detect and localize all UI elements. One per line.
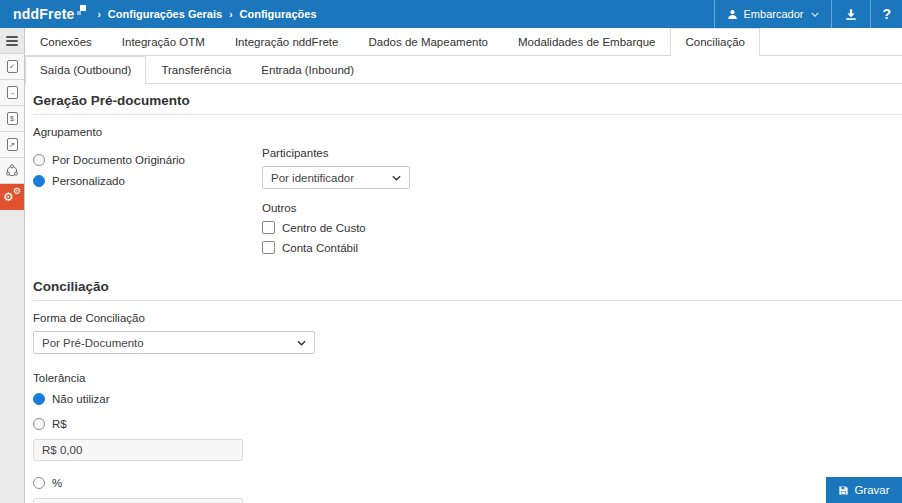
subtab-saida-outbound[interactable]: Saída (Outbound)	[25, 56, 146, 84]
sidebar-item-documents-check[interactable]: ✓	[0, 54, 24, 80]
download-icon	[844, 8, 858, 21]
checkbox-icon	[262, 241, 275, 254]
primary-tab-bar: Conexões Integração OTM Integração nddFr…	[25, 28, 902, 56]
secondary-tab-bar: Saída (Outbound) Transferência Entrada (…	[25, 56, 902, 84]
section-divider	[33, 300, 902, 301]
chevron-down-icon	[297, 340, 306, 346]
tolerancia-rs-input[interactable]	[33, 439, 243, 461]
subtab-transferencia[interactable]: Transferência	[146, 56, 246, 83]
tab-conexoes[interactable]: Conexões	[25, 28, 107, 55]
breadcrumb-configuracoes-gerais[interactable]: Configurações Gerais	[108, 8, 222, 20]
breadcrumb-separator: ›	[98, 9, 101, 20]
help-button[interactable]: ?	[870, 0, 902, 28]
radio-nao-utilizar[interactable]: Não utilizar	[33, 393, 902, 405]
chevron-down-icon	[811, 12, 819, 17]
main-area: Conexões Integração OTM Integração nddFr…	[25, 28, 902, 503]
save-button-label: Gravar	[854, 484, 889, 496]
agrupamento-label: Agrupamento	[33, 126, 902, 138]
radio-label: Não utilizar	[52, 393, 110, 405]
radio-personalizado[interactable]: Personalizado	[33, 175, 262, 187]
breadcrumb-configuracoes[interactable]: Configurações	[240, 8, 317, 20]
forma-de-conciliacao-select[interactable]: Por Pré-Documento	[33, 331, 315, 354]
participantes-selected-value: Por identificador	[271, 172, 354, 184]
logo-squares-icon	[77, 5, 86, 15]
document-check-icon: ✓	[7, 60, 18, 73]
radio-tolerancia-rs[interactable]: R$	[33, 418, 902, 430]
document-dollar-icon: $	[7, 112, 18, 125]
radio-circle-icon	[33, 477, 45, 489]
outros-label: Outros	[262, 202, 902, 214]
tolerancia-percent-input[interactable]	[33, 498, 243, 503]
settings-gears-icon: ⚙⚙	[4, 190, 20, 204]
subtab-entrada-inbound[interactable]: Entrada (Inbound)	[246, 56, 369, 83]
breadcrumb: › Configurações Gerais › Configurações	[98, 8, 317, 20]
sidebar-item-documents-outbound[interactable]: →	[0, 80, 24, 106]
radio-circle-icon	[33, 393, 45, 405]
chevron-down-icon	[392, 175, 401, 181]
radio-label: Por Documento Originário	[52, 154, 185, 166]
checkbox-conta-contabil[interactable]: Conta Contábil	[262, 241, 902, 254]
radio-label: R$	[52, 418, 67, 430]
tab-modalidades-de-embarque[interactable]: Modalidades de Embarque	[503, 28, 670, 55]
checkbox-icon	[262, 221, 275, 234]
tab-conciliacao[interactable]: Conciliação	[670, 28, 759, 56]
radio-por-documento-originario[interactable]: Por Documento Originário	[33, 154, 262, 166]
tab-integracao-otm[interactable]: Integração OTM	[107, 28, 220, 55]
top-header: nddFrete › Configurações Gerais › Config…	[0, 0, 902, 28]
app-logo[interactable]: nddFrete	[0, 1, 90, 27]
document-arrow-icon: →	[7, 86, 18, 99]
floppy-disk-icon	[838, 485, 849, 496]
participantes-select[interactable]: Por identificador	[262, 166, 410, 189]
sidebar-item-reports[interactable]: ↗	[0, 132, 24, 158]
radio-circle-icon	[33, 154, 45, 166]
radio-label: %	[52, 477, 62, 489]
checkbox-centro-de-custo[interactable]: Centro de Custo	[262, 221, 902, 234]
icon-sidebar: ✓ → $ ↗ ⚙⚙	[0, 28, 25, 503]
checkbox-label: Centro de Custo	[282, 222, 366, 234]
settings-form: Geração Pré-documento Agrupamento Por Do…	[25, 84, 902, 503]
radio-circle-icon	[33, 175, 45, 187]
sidebar-item-billing[interactable]: $	[0, 106, 24, 132]
user-menu[interactable]: Embarcador	[714, 0, 832, 28]
help-icon: ?	[882, 6, 891, 22]
breadcrumb-separator: ›	[229, 9, 232, 20]
section-divider	[33, 114, 902, 115]
menu-icon	[6, 36, 18, 46]
sidebar-item-settings[interactable]: ⚙⚙	[0, 184, 24, 210]
radio-tolerancia-percent[interactable]: %	[33, 477, 902, 489]
tab-integracao-nddfrete[interactable]: Integração nddFrete	[220, 28, 354, 55]
app-logo-text: nddFrete	[13, 1, 75, 27]
section-title-geracao-pre-documento: Geração Pré-documento	[33, 91, 902, 114]
participantes-label: Participantes	[262, 147, 902, 159]
radio-label: Personalizado	[52, 175, 125, 187]
radio-circle-icon	[33, 418, 45, 430]
sidebar-item-integrations[interactable]	[0, 158, 24, 184]
download-button[interactable]	[831, 0, 870, 28]
tolerancia-label: Tolerância	[33, 372, 902, 384]
share-network-icon	[5, 164, 19, 178]
document-report-icon: ↗	[7, 138, 18, 151]
save-button[interactable]: Gravar	[826, 477, 902, 503]
checkbox-label: Conta Contábil	[282, 242, 358, 254]
person-icon	[727, 9, 738, 20]
user-menu-label: Embarcador	[744, 8, 804, 20]
tab-dados-de-mapeamento[interactable]: Dados de Mapeamento	[353, 28, 503, 55]
sidebar-menu-toggle[interactable]	[0, 28, 24, 54]
section-title-conciliacao: Conciliação	[33, 277, 902, 300]
forma-de-conciliacao-label: Forma de Conciliação	[33, 312, 902, 324]
forma-selected-value: Por Pré-Documento	[42, 337, 144, 349]
